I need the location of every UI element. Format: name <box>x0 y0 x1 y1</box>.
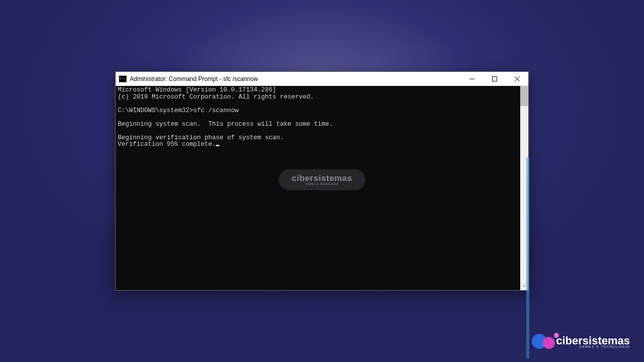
brand-logo: cibersistemas GAMES E TECNOLOGIA <box>532 332 630 352</box>
cmd-icon <box>119 75 127 82</box>
prompt-path: C:\WINDOWS\system32> <box>118 107 193 114</box>
maximize-button[interactable] <box>483 72 506 86</box>
background-window-sliver <box>526 157 529 358</box>
line-verification-phase: Beginning verification phase of system s… <box>118 134 284 141</box>
brand-name: cibersistemas <box>556 336 630 346</box>
close-button[interactable] <box>506 72 528 86</box>
terminal-container: Microsoft Windows [Version 10.0.17134.28… <box>116 86 528 290</box>
line-beginning-scan: Beginning system scan. This process will… <box>118 121 333 128</box>
window-title: Administrator: Command Prompt - sfc /sca… <box>130 75 258 82</box>
svg-rect-1 <box>492 76 497 81</box>
terminal-cursor <box>216 145 219 146</box>
titlebar[interactable]: Administrator: Command Prompt - sfc /sca… <box>116 72 528 86</box>
terminal-output[interactable]: Microsoft Windows [Version 10.0.17134.28… <box>116 86 520 290</box>
minimize-button[interactable] <box>460 72 483 86</box>
line-progress: Verification 95% complete. <box>118 141 216 148</box>
cmd-window: Administrator: Command Prompt - sfc /sca… <box>115 71 529 291</box>
line-version: Microsoft Windows [Version 10.0.17134.28… <box>118 86 276 94</box>
command-text: sfc /scannow <box>193 107 238 114</box>
brand-logo-icon <box>532 332 559 352</box>
scroll-thumb[interactable] <box>520 86 528 106</box>
line-copyright: (c) 2018 Microsoft Corporation. All righ… <box>118 94 314 101</box>
brand-tagline: GAMES E TECNOLOGIA <box>579 345 630 348</box>
